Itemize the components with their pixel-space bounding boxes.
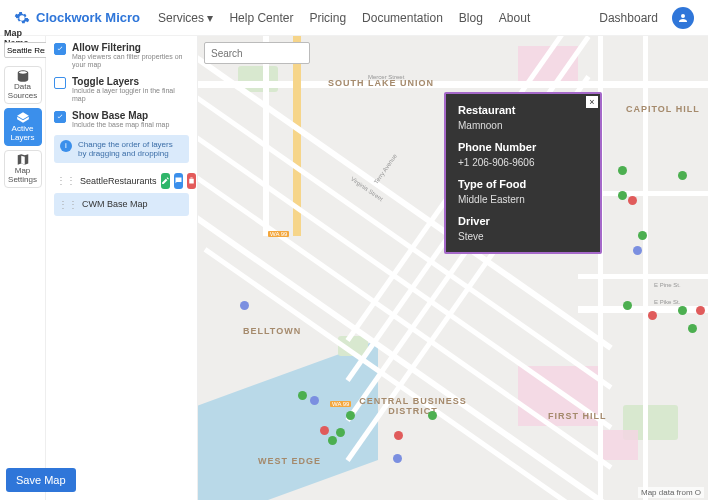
hood-cap: CAPITOL HILL — [626, 104, 700, 114]
opt-filter[interactable]: Allow FilteringMap viewers can filter pr… — [54, 42, 189, 70]
hood-cbd: CENTRAL BUSINESS DISTRICT — [358, 396, 468, 416]
popup-value: Mamnoon — [458, 120, 588, 131]
nav-dashboard[interactable]: Dashboard — [599, 11, 658, 25]
options-panel: Allow FilteringMap viewers can filter pr… — [46, 36, 198, 500]
map-marker[interactable] — [298, 391, 307, 400]
map-marker[interactable] — [393, 454, 402, 463]
hood-we: WEST EDGE — [258, 456, 321, 466]
database-icon — [16, 69, 30, 83]
left-rail: Map Name Data Sources Active Layers Map … — [0, 36, 46, 500]
opt-toggle[interactable]: Toggle LayersInclude a layer toggler in … — [54, 76, 189, 104]
map-marker[interactable] — [633, 246, 642, 255]
map-marker[interactable] — [328, 436, 337, 445]
map-marker[interactable] — [638, 231, 647, 240]
hw-badge: WA 99 — [330, 401, 351, 407]
layer-row-restaurants[interactable]: ⋮⋮ SeattleRestaurants — [54, 169, 189, 193]
map-marker[interactable] — [618, 191, 627, 200]
layer-row-basemap[interactable]: ⋮⋮ CWM Base Map — [54, 193, 189, 216]
hw-badge: WA 99 — [268, 231, 289, 237]
nav-services[interactable]: Services ▾ — [158, 11, 213, 25]
rail-data-sources[interactable]: Data Sources — [4, 66, 42, 104]
rail-map-settings[interactable]: Map Settings — [4, 150, 42, 188]
map-marker[interactable] — [678, 306, 687, 315]
map-marker[interactable] — [320, 426, 329, 435]
drag-handle-icon[interactable]: ⋮⋮ — [58, 199, 78, 210]
nav-docs[interactable]: Documentation — [362, 11, 443, 25]
brand-name: Clockwork Micro — [36, 10, 140, 25]
rail-active-layers[interactable]: Active Layers — [4, 108, 42, 146]
hood-first: FIRST HILL — [548, 411, 607, 421]
map-marker[interactable] — [428, 411, 437, 420]
avatar[interactable] — [672, 7, 694, 29]
map-name-input[interactable] — [4, 42, 48, 58]
top-nav: Clockwork Micro Services ▾ Help Center P… — [0, 0, 708, 36]
map-marker[interactable] — [648, 311, 657, 320]
map-canvas[interactable]: WA 99 WA 99 Mercer Street E Pike St. E P… — [198, 36, 708, 500]
map-marker[interactable] — [336, 428, 345, 437]
nav-help[interactable]: Help Center — [229, 11, 293, 25]
opt-basemap[interactable]: Show Base MapInclude the base map final … — [54, 110, 189, 129]
hood-slu: SOUTH LAKE UNION — [328, 78, 434, 88]
checkbox-filter[interactable] — [54, 43, 66, 55]
hood-bell: BELLTOWN — [243, 326, 301, 336]
save-map-button[interactable]: Save Map — [6, 468, 76, 492]
popup-label: Restaurant — [458, 104, 588, 116]
nav-pricing[interactable]: Pricing — [309, 11, 346, 25]
map-icon — [16, 153, 30, 167]
map-marker[interactable] — [688, 324, 697, 333]
nav-links: Services ▾ Help Center Pricing Documenta… — [158, 11, 530, 25]
nav-blog[interactable]: Blog — [459, 11, 483, 25]
checkbox-basemap[interactable] — [54, 111, 66, 123]
map-attribution: Map data from O — [638, 487, 704, 498]
popup-value: Steve — [458, 231, 588, 242]
close-icon[interactable]: × — [586, 96, 598, 108]
map-marker[interactable] — [628, 196, 637, 205]
user-icon — [677, 12, 689, 24]
map-marker[interactable] — [696, 306, 705, 315]
map-marker[interactable] — [618, 166, 627, 175]
logo[interactable]: Clockwork Micro — [14, 10, 140, 26]
popup-value: +1 206-906-9606 — [458, 157, 588, 168]
drag-handle-icon[interactable]: ⋮⋮ — [56, 175, 76, 186]
map-marker[interactable] — [310, 396, 319, 405]
delete-layer-button[interactable] — [187, 173, 196, 189]
map-marker[interactable] — [346, 411, 355, 420]
map-marker[interactable] — [394, 431, 403, 440]
layer-chat-button[interactable] — [174, 173, 183, 189]
popup-value: Middle Eastern — [458, 194, 588, 205]
info-icon: i — [60, 140, 72, 152]
reorder-hint: i Change the order of layers by dragging… — [54, 135, 189, 163]
popup-label: Phone Number — [458, 141, 588, 153]
checkbox-toggle[interactable] — [54, 77, 66, 89]
map-marker[interactable] — [623, 301, 632, 310]
popup-label: Driver — [458, 215, 588, 227]
map-marker[interactable] — [240, 301, 249, 310]
map-search-input[interactable] — [204, 42, 310, 64]
info-popup: × Restaurant Mamnoon Phone Number +1 206… — [444, 92, 602, 254]
edit-layer-button[interactable] — [161, 173, 170, 189]
gear-icon — [14, 10, 30, 26]
map-marker[interactable] — [678, 171, 687, 180]
popup-label: Type of Food — [458, 178, 588, 190]
nav-about[interactable]: About — [499, 11, 530, 25]
layers-icon — [16, 111, 30, 125]
